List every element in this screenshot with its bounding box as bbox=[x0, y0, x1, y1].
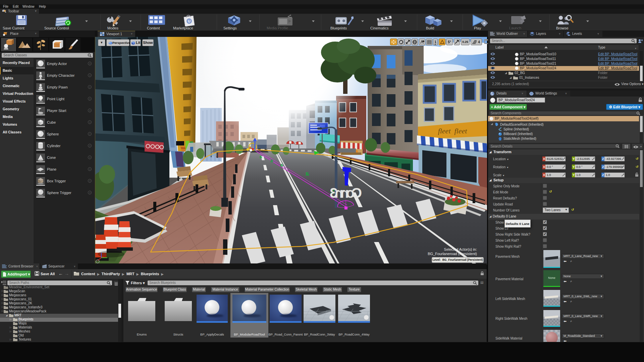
svg-text:a: a bbox=[260, 154, 262, 159]
svg-text:Conn3: Conn3 bbox=[330, 185, 362, 201]
svg-text:U: U bbox=[188, 19, 191, 23]
svg-text:a: a bbox=[280, 162, 283, 168]
svg-text:a: a bbox=[270, 158, 273, 163]
svg-text:a: a bbox=[306, 170, 309, 177]
svg-text:fleet fleet: fleet fleet bbox=[436, 127, 469, 135]
